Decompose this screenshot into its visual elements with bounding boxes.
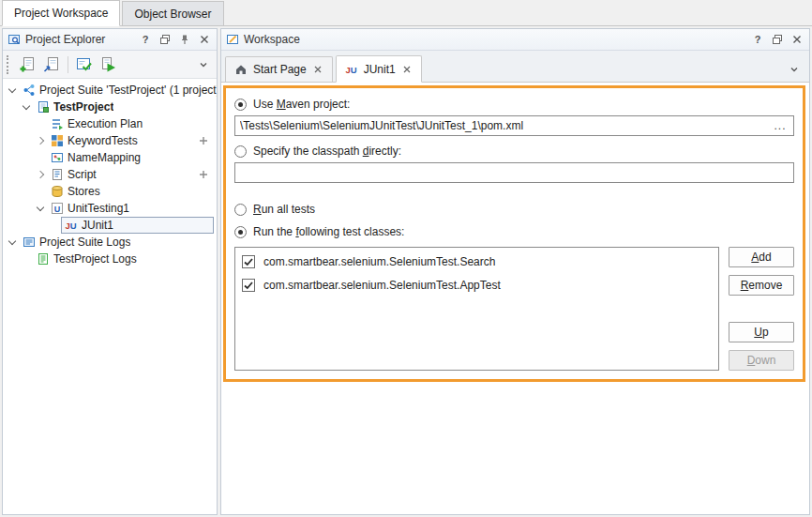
tree-item-content: JUJUnit1 [61,217,214,234]
test-classes-area: com.smartbear.selenium.SeleniumTest.Sear… [234,247,794,371]
expander-spacer [21,253,33,266]
project-explorer-header: Project Explorer ? [3,29,217,51]
test-class-row[interactable]: com.smartbear.selenium.SeleniumTest.Sear… [235,250,718,273]
help-button[interactable]: ? [138,32,153,47]
maven-path-input[interactable]: \Tests\Selenium\SeleniumJUnitTest\JUnitT… [234,115,794,136]
project-explorer-panel: Project Explorer ? Project Suite 'TestPr… [2,28,218,515]
run-classes-row[interactable]: Run the following test classes: [234,222,794,241]
tree-item-keywordtests[interactable]: KeywordTests [3,132,217,149]
unit-testing-icon: U [51,202,64,215]
list-buttons: AddRemoveUpDown [729,247,794,371]
use-maven-radio[interactable] [234,99,247,111]
expand-arrow-icon[interactable] [35,169,47,181]
tab-object-browser[interactable]: Object Browser [122,1,223,25]
run-all-tests-radio[interactable] [234,204,247,216]
spacer [234,189,794,200]
browse-button[interactable]: ... [772,119,789,132]
classpath-input[interactable] [234,162,794,183]
checkbox-checked-icon[interactable] [242,279,255,292]
add-item-icon[interactable] [199,170,208,179]
enable-test-items-icon[interactable] [73,53,96,76]
test-class-list[interactable]: com.smartbear.selenium.SeleniumTest.Sear… [234,247,719,371]
suite-logs-icon [23,236,36,249]
float-window-icon[interactable] [770,32,785,47]
float-window-icon[interactable] [158,32,173,47]
checkbox-checked-icon[interactable] [242,255,255,268]
project-suite-icon [23,84,36,97]
junit-icon: JU [65,219,78,232]
close-tab-icon[interactable] [401,64,413,75]
tab-label: JUnit1 [364,63,396,76]
button-label-part: dd [759,251,771,264]
tree-item-project-suite-logs[interactable]: Project Suite Logs [3,234,217,251]
tree-item-script[interactable]: Script [3,166,217,183]
tree-item-namemapping[interactable]: NameMapping [3,149,217,166]
run-project-suite-icon[interactable] [98,53,120,76]
test-class-label: com.smartbear.selenium.SeleniumTest.Sear… [263,255,495,268]
tree-item-content: TestProject [33,99,217,115]
collapse-arrow-icon[interactable] [7,84,19,97]
expander-spacer [35,118,47,130]
remove-button[interactable]: Remove [729,275,794,296]
tree-item-project-suite-testproject-1-project[interactable]: Project Suite 'TestProject' (1 project) [3,82,217,99]
expander-spacer [35,152,47,164]
button-label-part: own [755,354,775,367]
pin-icon[interactable] [177,32,192,47]
up-button[interactable]: Up [729,322,794,342]
test-class-row[interactable]: com.smartbear.selenium.SeleniumTest.AppT… [235,273,718,297]
tab-start-page[interactable]: Start Page [225,56,333,82]
tree-item-content: Project Suite 'TestProject' (1 project) [19,82,217,99]
label-part: irectly: [368,144,401,158]
button-label-part: emove [748,279,782,292]
tree-item-stores[interactable]: Stores [3,183,217,200]
tree-item-content: KeywordTests [47,132,217,149]
run-test-classes-label: Run the following test classes: [253,225,404,238]
tab-project-workspace[interactable]: Project Workspace [2,0,120,26]
add-new-project-icon[interactable] [16,53,38,76]
label-part: aven project: [286,98,351,111]
project-tree: Project Suite 'TestProject' (1 project)T… [3,79,217,514]
document-tab-bar: Start Page JU JUnit1 [221,51,809,83]
svg-text:JU: JU [345,65,356,75]
tab-label: Object Browser [134,8,211,21]
help-button[interactable]: ? [750,32,765,47]
toolbar-grip[interactable] [7,55,10,74]
expand-arrow-icon[interactable] [35,135,47,147]
tree-item-unittesting1[interactable]: UUnitTesting1 [3,200,217,217]
close-tab-icon[interactable] [312,64,323,75]
run-all-row[interactable]: Run all tests [234,200,794,219]
collapse-arrow-icon[interactable] [21,101,33,114]
collapse-arrow-icon[interactable] [7,236,19,249]
junit-icon: JU [345,63,358,76]
classpath-radio[interactable] [234,145,247,158]
use-maven-label: Use Maven project: [253,98,350,111]
run-test-classes-radio[interactable] [234,226,247,238]
classpath-row[interactable]: Specify the classpath directly: [234,142,794,160]
tree-item-content: Project Suite Logs [19,234,217,251]
keyword-tests-icon [51,134,64,147]
toolbar-overflow-icon[interactable] [196,55,211,74]
tree-item-label: Project Suite Logs [39,236,130,249]
use-maven-row[interactable]: Use Maven project: [234,95,794,114]
tree-item-label: JUnit1 [82,219,113,232]
svg-text:JU: JU [66,220,77,231]
tree-item-content: TestProject Logs [33,251,217,267]
button-label-part: U [754,326,762,339]
test-class-label: com.smartbear.selenium.SeleniumTest.AppT… [263,279,501,292]
tree-item-label: Script [68,168,97,181]
script-icon [51,168,64,181]
tree-item-execution-plan[interactable]: Execution Plan [3,115,217,132]
close-panel-icon[interactable] [197,32,212,47]
tree-item-label: TestProject Logs [53,252,137,266]
close-panel-icon[interactable] [789,32,804,47]
tree-item-label: TestProject [53,100,113,114]
add-button[interactable]: Add [729,247,794,267]
tab-junit1[interactable]: JU JUnit1 [336,55,422,83]
tree-item-testproject[interactable]: TestProject [3,99,217,115]
tree-item-testproject-logs[interactable]: TestProject Logs [3,251,217,267]
add-item-icon[interactable] [199,136,208,145]
tab-list-icon[interactable] [788,63,801,76]
tree-item-junit1[interactable]: JUJUnit1 [3,217,217,234]
collapse-arrow-icon[interactable] [35,203,47,215]
add-existing-project-icon[interactable] [40,53,63,76]
